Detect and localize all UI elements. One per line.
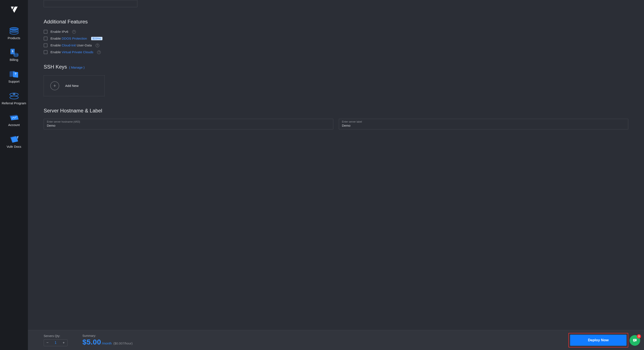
label-input-wrap: Enter server label bbox=[339, 119, 628, 130]
price-hour: ($0.007/hour) bbox=[113, 342, 132, 345]
add-ssh-key-tile[interactable]: + Add New bbox=[44, 75, 104, 96]
chat-icon bbox=[632, 338, 637, 343]
ddos-link[interactable]: DDOS Protection bbox=[62, 36, 87, 40]
qty-block: Servers Qty: − 1 + bbox=[44, 334, 68, 346]
referral-icon bbox=[9, 91, 20, 101]
sidebar-item-billing[interactable]: $ Billing bbox=[0, 45, 28, 67]
hostname-row: Enter server hostname (4/63) Enter serve… bbox=[44, 119, 628, 130]
feature-ddos: Enable DDOS Protection $10/mo bbox=[44, 36, 628, 40]
svg-point-2 bbox=[10, 31, 18, 34]
price-line: $5.00 /month ($0.007/hour) bbox=[82, 338, 133, 346]
sidebar-item-label: Billing bbox=[10, 58, 18, 62]
sidebar-item-label: Account bbox=[8, 123, 20, 127]
help-icon[interactable]: ? bbox=[96, 44, 99, 47]
main-content: Additional Features Enable IPv6 ? Enable… bbox=[28, 0, 644, 350]
svg-point-11 bbox=[10, 96, 18, 99]
feature-cloudinit: Enable Cloud-Init User-Data ? bbox=[44, 44, 628, 47]
feature-label: Enable DDOS Protection bbox=[50, 36, 87, 40]
feature-ipv6: Enable IPv6 ? bbox=[44, 30, 628, 34]
price-amount: $5.00 bbox=[82, 338, 101, 346]
price-unit: /month bbox=[102, 342, 112, 345]
label-floating-label: Enter server label bbox=[342, 120, 625, 123]
svg-point-12 bbox=[14, 94, 15, 95]
checkbox-vpc[interactable] bbox=[44, 50, 48, 54]
qty-stepper: − 1 + bbox=[44, 339, 68, 346]
sidebar-item-label: Support bbox=[8, 80, 20, 84]
sidebar-item-label: Products bbox=[8, 36, 20, 40]
qty-increment[interactable]: + bbox=[60, 340, 67, 346]
qty-label: Servers Qty: bbox=[44, 334, 68, 338]
svg-text:?: ? bbox=[14, 72, 16, 76]
logo[interactable] bbox=[10, 6, 18, 14]
hostname-input[interactable] bbox=[47, 124, 330, 127]
feature-vpc: Enable Virtual Private Clouds ? bbox=[44, 50, 628, 54]
sidebar-item-account[interactable]: Account bbox=[0, 110, 28, 132]
billing-icon: $ bbox=[9, 48, 20, 58]
label-input[interactable] bbox=[342, 124, 625, 127]
feature-label: Enable Virtual Private Clouds bbox=[50, 50, 93, 54]
qty-decrement[interactable]: − bbox=[44, 340, 51, 346]
chat-fab[interactable]: 3 bbox=[630, 335, 640, 346]
additional-features-title: Additional Features bbox=[44, 19, 628, 25]
ddos-price-badge: $10/mo bbox=[91, 37, 102, 40]
checkbox-ddos[interactable] bbox=[44, 36, 48, 40]
hostname-input-wrap: Enter server hostname (4/63) bbox=[44, 119, 333, 130]
support-icon: ? bbox=[8, 70, 20, 79]
checkbox-ipv6[interactable] bbox=[44, 30, 48, 34]
chat-badge: 3 bbox=[637, 334, 641, 338]
products-icon bbox=[9, 26, 20, 36]
cloudinit-link[interactable]: Cloud-Init bbox=[62, 44, 76, 47]
svg-rect-13 bbox=[633, 339, 636, 341]
feature-list: Enable IPv6 ? Enable DDOS Protection $10… bbox=[44, 30, 628, 54]
plus-icon: + bbox=[50, 81, 59, 90]
vpc-link[interactable]: Virtual Private Clouds bbox=[62, 50, 94, 54]
sidebar-item-label: Referral Program bbox=[2, 101, 26, 105]
summary-label: Summary: bbox=[82, 334, 133, 338]
deploy-button[interactable]: Deploy Now bbox=[570, 335, 626, 346]
previous-section-card bbox=[44, 0, 137, 7]
account-icon bbox=[8, 113, 20, 123]
sidebar-item-products[interactable]: Products bbox=[0, 24, 28, 45]
checkbox-cloudinit[interactable] bbox=[44, 44, 48, 47]
ssh-keys-header: SSH Keys ( Manage ) bbox=[44, 64, 628, 70]
sidebar-item-label: Vultr Docs bbox=[6, 145, 21, 148]
summary-block: Summary: $5.00 /month ($0.007/hour) bbox=[82, 334, 133, 346]
sidebar-item-support[interactable]: ? Support bbox=[0, 67, 28, 88]
qty-value: 1 bbox=[51, 341, 60, 345]
docs-icon bbox=[8, 134, 20, 144]
add-new-label: Add New bbox=[65, 84, 78, 88]
sidebar: Products $ Billing ? Suppor bbox=[0, 0, 28, 350]
svg-text:$: $ bbox=[12, 50, 13, 53]
sidebar-item-docs[interactable]: Vultr Docs bbox=[0, 132, 28, 154]
feature-label: Enable Cloud-Init User-Data bbox=[50, 44, 92, 47]
hostname-section-title: Server Hostname & Label bbox=[44, 108, 628, 114]
help-icon[interactable]: ? bbox=[72, 30, 76, 34]
feature-label: Enable IPv6 bbox=[50, 30, 68, 34]
footer-bar: Servers Qty: − 1 + Summary: $5.00 /month… bbox=[28, 330, 644, 350]
deploy-wrap: Deploy Now bbox=[568, 333, 628, 348]
ssh-keys-title: SSH Keys bbox=[44, 64, 67, 70]
ssh-manage-link[interactable]: ( Manage ) bbox=[69, 66, 84, 69]
hostname-floating-label: Enter server hostname (4/63) bbox=[47, 120, 330, 123]
help-icon[interactable]: ? bbox=[97, 50, 101, 54]
deploy-highlight: Deploy Now bbox=[568, 333, 628, 348]
sidebar-item-referral[interactable]: Referral Program bbox=[0, 88, 28, 110]
